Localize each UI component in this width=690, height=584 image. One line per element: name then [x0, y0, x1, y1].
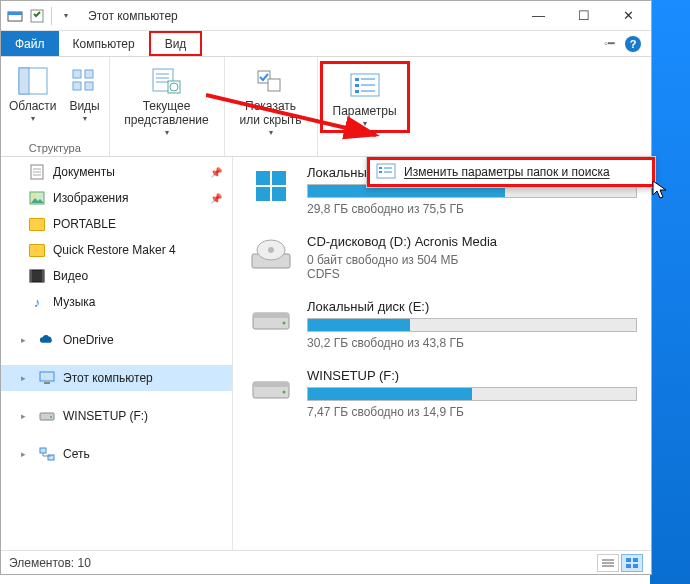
capacity-fill — [308, 388, 472, 400]
ribbon-label: Параметры — [333, 104, 397, 118]
nav-music[interactable]: ♪ Музыка — [1, 289, 232, 315]
nav-portable[interactable]: PORTABLE — [1, 211, 232, 237]
svg-rect-21 — [355, 84, 359, 87]
music-icon: ♪ — [29, 294, 45, 310]
nav-winsetup[interactable]: ▸ WINSETUP (F:) — [1, 403, 232, 429]
drive-sub: 7,47 ГБ свободно из 14,9 ГБ — [307, 405, 637, 419]
ribbon-group-current: Текущее представление ▾ — [110, 57, 225, 156]
nav-this-pc[interactable]: ▸ Этот компьютер — [1, 365, 232, 391]
help-icon[interactable]: ? — [625, 36, 641, 52]
drive-item[interactable]: WINSETUP (F:) 7,47 ГБ свободно из 14,9 Г… — [247, 368, 637, 419]
desktop-background — [650, 0, 690, 584]
current-view-icon — [151, 65, 183, 97]
cd-drive-icon — [247, 234, 295, 276]
close-button[interactable]: ✕ — [606, 1, 651, 31]
folder-icon — [29, 242, 45, 258]
tab-view[interactable]: Вид — [149, 31, 203, 56]
ribbon-group-options: Параметры ▾ — [318, 57, 412, 156]
svg-rect-8 — [73, 82, 81, 90]
nav-network[interactable]: ▸ Сеть — [1, 441, 232, 467]
svg-rect-35 — [44, 382, 50, 384]
ribbon-label: Области — [9, 99, 57, 113]
chevron-down-icon: ▾ — [83, 114, 87, 123]
svg-rect-44 — [253, 313, 289, 318]
pin-icon: 📌 — [210, 193, 222, 204]
nav-label: Документы — [53, 165, 115, 179]
change-folder-options[interactable]: Изменить параметры папок и поиска — [367, 157, 655, 187]
ribbon-layout[interactable]: Виды ▾ — [63, 61, 107, 123]
ribbon-current-view[interactable]: Текущее представление ▾ — [112, 61, 222, 137]
drive-item[interactable]: Локальный диск (E:) 30,2 ГБ свободно из … — [247, 299, 637, 350]
window-controls: — ☐ ✕ — [516, 1, 651, 31]
chevron-right-icon: ▸ — [15, 408, 31, 424]
minimize-button[interactable]: — — [516, 1, 561, 31]
video-icon — [29, 268, 45, 284]
properties-icon[interactable] — [29, 8, 45, 24]
drive-sub: 0 байт свободно из 504 МБ — [307, 253, 637, 267]
content-pane: Локальный диск (C:) 29,8 ГБ свободно из … — [233, 157, 651, 550]
svg-rect-33 — [42, 270, 44, 282]
qat-dropdown-icon[interactable]: ▾ — [58, 8, 74, 24]
drive-icon — [39, 408, 55, 424]
cursor-icon — [652, 180, 668, 200]
nav-label: Сеть — [63, 447, 90, 461]
ribbon-label: Показать или скрыть — [240, 99, 302, 127]
ribbon-navigation-pane[interactable]: Области ▾ — [3, 61, 63, 123]
nav-onedrive[interactable]: ▸ OneDrive — [1, 327, 232, 353]
nav-label: Изображения — [53, 191, 128, 205]
explorer-body: Документы 📌 Изображения 📌 PORTABLE Quick… — [1, 157, 651, 550]
drive-name: WINSETUP (F:) — [307, 368, 637, 383]
svg-rect-31 — [30, 270, 44, 282]
ribbon-label: Текущее представление — [124, 99, 208, 127]
svg-rect-36 — [40, 413, 54, 420]
nav-video[interactable]: Видео — [1, 263, 232, 289]
layout-icon — [69, 65, 101, 97]
ribbon-group-label: Структура — [29, 142, 81, 156]
status-count: 10 — [78, 556, 91, 570]
svg-rect-52 — [626, 558, 631, 562]
options-small-icon — [376, 163, 396, 182]
ribbon-collapse-icon[interactable]: ◦━ — [604, 37, 615, 50]
svg-rect-19 — [355, 78, 359, 81]
view-details-button[interactable] — [597, 554, 619, 572]
nav-pictures[interactable]: Изображения 📌 — [1, 185, 232, 211]
app-icon — [7, 8, 23, 24]
drive-item[interactable]: CD-дисковод (D:) Acronis Media 0 байт св… — [247, 234, 637, 281]
svg-point-37 — [50, 416, 52, 418]
pin-icon: 📌 — [210, 167, 222, 178]
capacity-bar — [307, 318, 637, 332]
drive-sub: 30,2 ГБ свободно из 43,8 ГБ — [307, 336, 637, 350]
nav-label: Видео — [53, 269, 88, 283]
nav-label: WINSETUP (F:) — [63, 409, 148, 423]
explorer-window: ▾ Этот компьютер — ☐ ✕ Файл Компьютер Ви… — [0, 0, 652, 575]
tab-computer[interactable]: Компьютер — [59, 31, 149, 56]
ribbon-options[interactable]: Параметры ▾ — [327, 66, 403, 128]
nav-documents[interactable]: Документы 📌 — [1, 159, 232, 185]
drive-name: Локальный диск (E:) — [307, 299, 637, 314]
svg-rect-32 — [30, 270, 32, 282]
maximize-button[interactable]: ☐ — [561, 1, 606, 31]
nav-qrm[interactable]: Quick Restore Maker 4 — [1, 237, 232, 263]
window-title: Этот компьютер — [80, 9, 178, 23]
svg-rect-57 — [379, 167, 382, 169]
chevron-right-icon: ▸ — [15, 446, 31, 462]
hdd-icon — [247, 299, 295, 341]
svg-rect-23 — [355, 90, 359, 93]
view-tiles-button[interactable] — [621, 554, 643, 572]
navigation-pane-icon — [17, 65, 49, 97]
chevron-down-icon: ▾ — [165, 128, 169, 137]
drive-sub: 29,8 ГБ свободно из 75,5 ГБ — [307, 202, 637, 216]
nav-label: Музыка — [53, 295, 95, 309]
ribbon-show-hide[interactable]: Показать или скрыть ▾ — [227, 61, 315, 137]
chevron-down-icon: ▾ — [31, 114, 35, 123]
panel-text: Изменить параметры папок и поиска — [404, 165, 610, 179]
svg-rect-1 — [8, 12, 22, 15]
qat-separator — [51, 7, 52, 25]
ribbon-label: Виды — [69, 99, 99, 113]
nav-label: Этот компьютер — [63, 371, 153, 385]
chevron-down-icon: ▾ — [269, 128, 273, 137]
tab-file[interactable]: Файл — [1, 31, 59, 56]
svg-point-48 — [283, 391, 286, 394]
options-dropdown: Изменить параметры папок и поиска — [366, 156, 656, 188]
status-label: Элементов: — [9, 556, 74, 570]
